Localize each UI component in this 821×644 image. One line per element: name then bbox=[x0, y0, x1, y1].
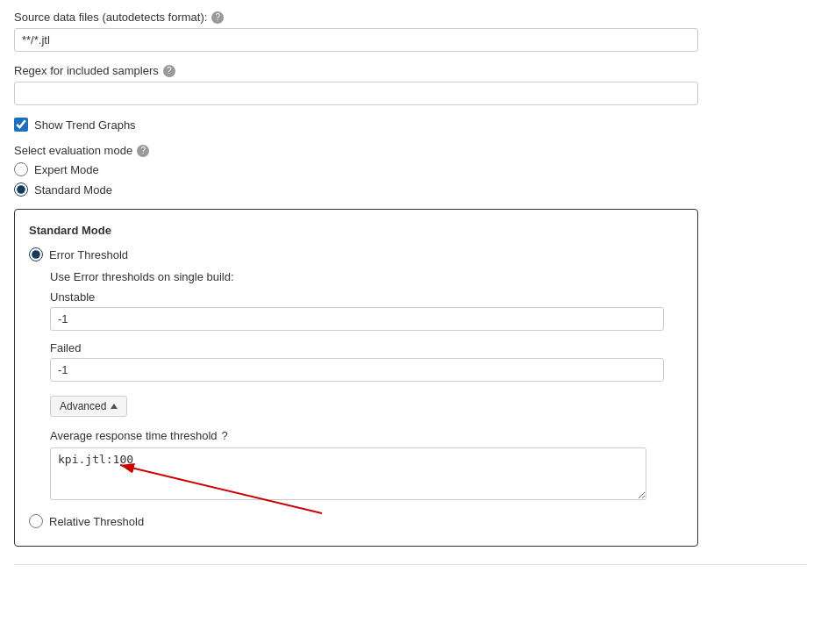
source-data-help-icon[interactable]: ? bbox=[211, 11, 224, 24]
expert-mode-label: Expert Mode bbox=[34, 163, 99, 176]
evaluation-mode-section: Select evaluation mode ? Expert Mode Sta… bbox=[14, 144, 807, 197]
unstable-label: Unstable bbox=[50, 290, 683, 304]
standard-mode-radio[interactable] bbox=[14, 182, 28, 197]
standard-mode-row: Standard Mode bbox=[14, 182, 807, 197]
avg-response-help-icon[interactable]: ? bbox=[222, 429, 228, 442]
failed-input[interactable] bbox=[50, 358, 664, 382]
regex-section: Regex for included samplers ? bbox=[14, 64, 807, 105]
regex-help-icon[interactable]: ? bbox=[163, 65, 175, 77]
source-data-section: Source data files (autodetects format): … bbox=[14, 11, 807, 52]
bottom-separator bbox=[14, 564, 807, 565]
failed-group: Failed bbox=[50, 341, 683, 382]
regex-input[interactable] bbox=[14, 82, 698, 105]
expert-mode-radio[interactable] bbox=[14, 162, 28, 176]
show-trend-graphs-row: Show Trend Graphs bbox=[14, 118, 807, 132]
regex-label: Regex for included samplers ? bbox=[14, 64, 807, 77]
standard-mode-box: Standard Mode Error Threshold Use Error … bbox=[14, 209, 698, 547]
error-threshold-radio[interactable] bbox=[29, 247, 43, 261]
avg-response-label-row: Average response time threshold ? bbox=[50, 429, 683, 442]
standard-mode-label: Standard Mode bbox=[34, 183, 112, 197]
advanced-section: Average response time threshold ? kpi.jt… bbox=[50, 429, 683, 500]
relative-threshold-radio[interactable] bbox=[29, 514, 43, 528]
error-threshold-label: Error Threshold bbox=[49, 248, 128, 261]
unstable-input[interactable] bbox=[50, 307, 664, 331]
expert-mode-row: Expert Mode bbox=[14, 162, 807, 176]
relative-threshold-row: Relative Threshold bbox=[29, 514, 683, 528]
error-threshold-sub: Use Error thresholds on single build: Un… bbox=[29, 270, 683, 500]
standard-mode-title: Standard Mode bbox=[29, 224, 683, 237]
unstable-group: Unstable bbox=[50, 290, 683, 331]
evaluation-mode-label-text: Select evaluation mode bbox=[14, 144, 132, 157]
source-data-label: Source data files (autodetects format): … bbox=[14, 11, 807, 24]
error-threshold-radio-row: Error Threshold bbox=[29, 247, 683, 261]
evaluation-mode-label: Select evaluation mode ? bbox=[14, 144, 807, 157]
use-error-thresholds-label: Use Error thresholds on single build: bbox=[50, 270, 683, 283]
avg-response-label-text: Average response time threshold bbox=[50, 429, 218, 442]
avg-response-textarea[interactable]: kpi.jtl:100 bbox=[50, 447, 646, 500]
evaluation-mode-help-icon[interactable]: ? bbox=[137, 145, 149, 157]
advanced-button[interactable]: Advanced bbox=[50, 396, 127, 417]
arrow-container: kpi.jtl:100 bbox=[50, 447, 683, 500]
error-threshold-section: Error Threshold Use Error thresholds on … bbox=[29, 247, 683, 500]
advanced-label: Advanced bbox=[60, 400, 106, 412]
evaluation-mode-radio-group: Expert Mode Standard Mode bbox=[14, 162, 807, 197]
regex-label-text: Regex for included samplers bbox=[14, 64, 159, 77]
source-data-input[interactable] bbox=[14, 28, 698, 52]
chevron-up-icon bbox=[111, 404, 118, 409]
relative-threshold-label: Relative Threshold bbox=[49, 515, 144, 528]
show-trend-graphs-checkbox[interactable] bbox=[14, 118, 28, 132]
show-trend-graphs-label: Show Trend Graphs bbox=[34, 118, 136, 132]
source-data-label-text: Source data files (autodetects format): bbox=[14, 11, 207, 24]
failed-label: Failed bbox=[50, 341, 683, 354]
